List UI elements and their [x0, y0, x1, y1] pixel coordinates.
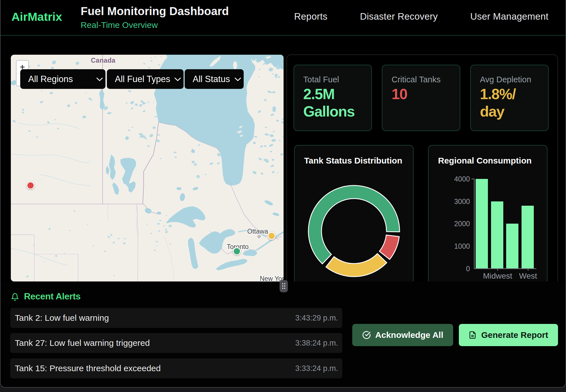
svg-text:3000: 3000 — [454, 197, 470, 205]
svg-text:1000: 1000 — [454, 242, 470, 250]
svg-text:2000: 2000 — [454, 220, 470, 228]
svg-text:West: West — [519, 271, 537, 280]
svg-text:4000: 4000 — [454, 175, 470, 183]
svg-text:Midwest: Midwest — [483, 271, 512, 280]
svg-text:Canada: Canada — [91, 57, 115, 64]
svg-text:0: 0 — [466, 265, 470, 273]
svg-text:Ottawa: Ottawa — [247, 228, 268, 235]
